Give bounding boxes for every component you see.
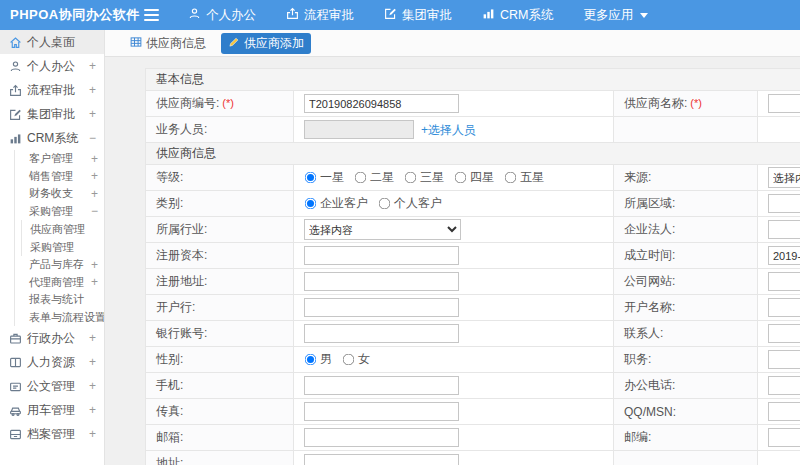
archive-icon [8,427,22,441]
nav-item-process-approval[interactable]: 流程审批 [271,0,369,30]
registered-address-input[interactable] [304,272,459,291]
menu-toggle-icon[interactable] [144,9,159,21]
nav-item-group-approval[interactable]: 集团审批 [369,0,467,30]
tab-label: 供应商添加 [244,35,304,52]
field-label-fax: 传真: [146,399,294,425]
gender-radio-option[interactable]: 女 [342,351,370,368]
edit-icon [384,7,397,23]
expand-indicator: + [91,275,98,289]
sidebar-item-sales-mgmt[interactable]: 销售管理 + [15,168,104,186]
sidebar-item-group-approval[interactable]: 集团审批 + [0,102,104,126]
purchase-submenu: 供应商管理 采购管理 [21,220,104,256]
field-label-supplier-code: 供应商编号:(*) [146,91,294,117]
field-label-region: 所属区域: [614,191,758,217]
nav-item-label: CRM系统 [500,7,553,24]
user-icon [188,7,201,23]
expand-indicator: + [91,187,98,201]
mobile-input[interactable] [304,376,459,395]
region-input[interactable] [768,194,800,213]
sidebar-item-label: 报表与统计 [29,292,84,307]
sidebar-item-label: 表单与流程设置 [29,310,105,325]
top-navbar: PHPOA协同办公软件 个人办公 流程审批 集团审批 CRM系统 更多应用 [0,0,800,30]
select-staff-link[interactable]: +选择人员 [421,123,476,137]
zip-input[interactable] [768,428,800,447]
level-radio-option[interactable]: 二星 [354,169,394,186]
sidebar-item-archive-mgmt[interactable]: 档案管理 + [0,422,104,446]
established-date-input[interactable] [768,246,800,265]
sidebar-item-product-inventory[interactable]: 产品与库存 + [15,256,104,274]
expand-indicator: + [89,83,96,97]
level-radio-option[interactable]: 三星 [404,169,444,186]
supplier-code-input[interactable] [304,94,459,113]
radio-icon [305,198,317,210]
sidebar-item-finance[interactable]: 财务收支 + [15,185,104,203]
expand-indicator: + [89,107,96,121]
sidebar-item-document-mgmt[interactable]: 公文管理 + [0,374,104,398]
registered-capital-input[interactable] [304,246,459,265]
sidebar-item-personal-office[interactable]: 个人办公 + [0,54,104,78]
category-radio-option[interactable]: 个人客户 [378,195,442,212]
sidebar-item-vehicle-mgmt[interactable]: 用车管理 + [0,398,104,422]
sidebar-item-purchase-mgmt[interactable]: 采购管理 − [15,203,104,221]
industry-select[interactable]: 选择内容 [304,219,461,240]
level-radio-option[interactable]: 四星 [454,169,494,186]
business-staff-input[interactable] [304,120,414,139]
sidebar-item-purchasing[interactable]: 采购管理 [22,238,104,256]
level-radio-group: 一星 二星 三星 四星 五星 [304,169,603,186]
sidebar-item-crm-system[interactable]: CRM系统 − [0,126,104,150]
gender-radio-group: 男 女 [304,351,603,368]
source-select[interactable]: 选择内容 [768,167,800,188]
sidebar-item-reports-stats[interactable]: 报表与统计 [15,291,104,309]
tab-supplier-add[interactable]: 供应商添加 [221,33,311,54]
briefcase-icon [8,331,22,345]
process-icon [8,83,22,97]
expand-indicator: + [91,169,98,183]
position-input[interactable] [768,350,800,369]
field-label-position: 职务: [614,347,758,373]
supplier-name-input[interactable] [768,94,800,113]
email-input[interactable] [304,428,459,447]
main-content: 供应商信息 供应商添加 基本信息 供应商编号:(*) 供应商名称:(*) [105,30,800,465]
level-radio-option[interactable]: 一星 [304,169,344,186]
sidebar-item-personal-desktop[interactable]: 个人桌面 [0,30,104,54]
sidebar-item-label: 公文管理 [27,378,75,395]
bank-input[interactable] [304,298,459,317]
section-title-supplier-info: 供应商信息 [146,143,800,165]
sidebar-item-form-process-settings[interactable]: 表单与流程设置 + [15,309,104,327]
sidebar-item-customer-mgmt[interactable]: 客户管理 + [15,150,104,168]
sidebar-item-label: 代理商管理 [29,275,84,290]
pencil-icon [228,36,240,51]
sidebar: 个人桌面 个人办公 + 流程审批 + 集团审批 + CRM系统 − 客户管理 + [0,30,105,465]
sidebar-item-human-resources[interactable]: 人力资源 + [0,350,104,374]
field-label-category: 类别: [146,191,294,217]
qq-msn-input[interactable] [768,402,800,421]
radio-icon [379,198,391,210]
sidebar-item-admin-office[interactable]: 行政办公 + [0,326,104,350]
sidebar-item-process-approval[interactable]: 流程审批 + [0,78,104,102]
nav-item-more-apps[interactable]: 更多应用 [568,0,663,30]
tab-supplier-info[interactable]: 供应商信息 [123,33,213,54]
required-marker: (*) [222,97,234,109]
nav-item-personal-office[interactable]: 个人办公 [173,0,271,30]
contact-input[interactable] [768,324,800,343]
company-website-input[interactable] [768,272,800,291]
field-label-industry: 所属行业: [146,217,294,243]
empty-cell [758,117,800,143]
nav-item-crm-system[interactable]: CRM系统 [467,0,568,30]
nav-item-label: 更多应用 [583,7,633,24]
bank-account-input[interactable] [304,324,459,343]
category-radio-option[interactable]: 企业客户 [304,195,368,212]
expand-indicator: + [89,403,96,417]
sidebar-item-supplier-mgmt[interactable]: 供应商管理 [22,220,104,238]
office-phone-input[interactable] [768,376,800,395]
sidebar-item-agent-mgmt[interactable]: 代理商管理 + [15,274,104,292]
account-name-input[interactable] [768,298,800,317]
expand-indicator: + [89,379,96,393]
address-input[interactable] [304,454,459,465]
gender-radio-option[interactable]: 男 [304,351,332,368]
legal-person-input[interactable] [768,220,800,239]
sidebar-item-label: 档案管理 [27,426,75,443]
process-icon [286,7,299,23]
level-radio-option[interactable]: 五星 [504,169,544,186]
fax-input[interactable] [304,402,459,421]
